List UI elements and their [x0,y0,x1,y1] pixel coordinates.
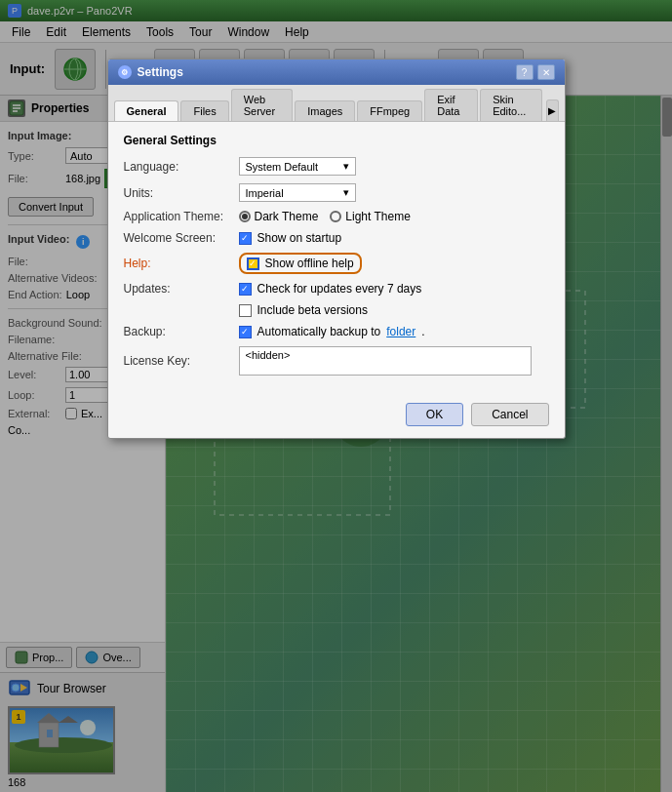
language-label: Language: [124,160,231,174]
license-value: <hidden> [246,349,291,361]
theme-label: Application Theme: [124,210,231,223]
tab-skin-editor[interactable]: Skin Edito... [480,89,542,121]
updates-control: Check for updates every 7 days [239,282,422,296]
dialog-title-bar: ⚙ Settings ? ✕ [108,59,565,85]
updates-row: Updates: Check for updates every 7 days [124,282,549,296]
theme-light-radio[interactable] [330,211,341,222]
units-row: Units: Imperial ▾ [124,183,549,202]
welcome-value: Show on startup [257,231,342,245]
license-row: License Key: <hidden> [124,346,549,376]
license-label: License Key: [124,354,231,368]
welcome-checkbox[interactable] [239,232,252,245]
language-dropdown[interactable]: System Default ▾ [239,157,356,176]
theme-row: Application Theme: Dark Theme Light Them… [124,210,549,223]
tab-files[interactable]: Files [180,100,228,121]
cancel-button[interactable]: Cancel [471,403,548,426]
updates-checkbox[interactable] [239,283,252,296]
dialog-controls: ? ✕ [516,64,555,80]
language-value: System Default [246,161,319,173]
updates-label: Updates: [124,282,231,296]
tab-web-server[interactable]: Web Server [231,89,293,121]
dialog-footer: OK Cancel [108,395,565,438]
beta-control: Include beta versions [239,303,368,317]
backup-value: Automatically backup to [257,325,381,338]
backup-link[interactable]: folder [386,325,415,338]
language-dropdown-arrow: ▾ [343,160,349,173]
help-checkbox[interactable] [247,257,259,270]
theme-dark-option[interactable]: Dark Theme [239,210,319,223]
backup-period: . [421,325,424,338]
units-control: Imperial ▾ [239,183,356,202]
beta-row: Include beta versions [124,303,549,317]
help-highlight-box: Show offline help [239,253,362,274]
theme-dark-label: Dark Theme [255,210,319,223]
dialog-help-btn[interactable]: ? [516,64,534,80]
updates-value: Check for updates every 7 days [257,282,422,296]
help-value: Show offline help [265,257,354,270]
license-input[interactable]: <hidden> [239,346,532,376]
welcome-control: Show on startup [239,231,342,245]
ok-button[interactable]: OK [406,403,463,426]
tab-more-btn[interactable]: ▶ [546,99,558,121]
tab-ffmpeg[interactable]: FFmpeg [357,100,422,121]
theme-control: Dark Theme Light Theme [239,210,411,223]
help-control: Show offline help [239,253,362,274]
dialog-title-left: ⚙ Settings [118,65,183,79]
language-control: System Default ▾ [239,157,356,176]
help-row: Help: Show offline help [124,253,549,274]
language-row: Language: System Default ▾ [124,157,549,176]
units-dropdown-arrow: ▾ [343,186,349,199]
backup-checkbox[interactable] [239,326,252,338]
tab-general[interactable]: General [114,100,179,121]
units-label: Units: [124,186,231,200]
tab-images[interactable]: Images [295,100,355,121]
help-label: Help: [124,257,231,270]
backup-label: Backup: [124,325,231,338]
dialog-section-title: General Settings [124,134,549,147]
theme-dark-radio[interactable] [239,211,251,222]
dialog-title: Settings [138,65,183,79]
backup-control: Automatically backup to folder . [239,325,425,338]
beta-checkbox[interactable] [239,304,252,317]
dialog-overlay: ⚙ Settings ? ✕ General Files Web Server … [0,0,672,792]
dialog-close-btn[interactable]: ✕ [537,64,555,80]
dialog-icon: ⚙ [118,65,132,79]
welcome-row: Welcome Screen: Show on startup [124,231,549,245]
theme-light-label: Light Theme [345,210,411,223]
welcome-label: Welcome Screen: [124,231,231,245]
theme-light-option[interactable]: Light Theme [330,210,411,223]
settings-dialog: ⚙ Settings ? ✕ General Files Web Server … [107,59,566,439]
units-dropdown[interactable]: Imperial ▾ [239,183,356,202]
backup-row: Backup: Automatically backup to folder . [124,325,549,338]
tab-bar: General Files Web Server Images FFmpeg E… [108,85,565,122]
tab-exif[interactable]: Exif Data [424,89,478,121]
license-control: <hidden> [239,346,532,376]
dialog-body: General Settings Language: System Defaul… [108,122,565,395]
units-value: Imperial [246,187,284,199]
beta-label: Include beta versions [257,303,368,317]
